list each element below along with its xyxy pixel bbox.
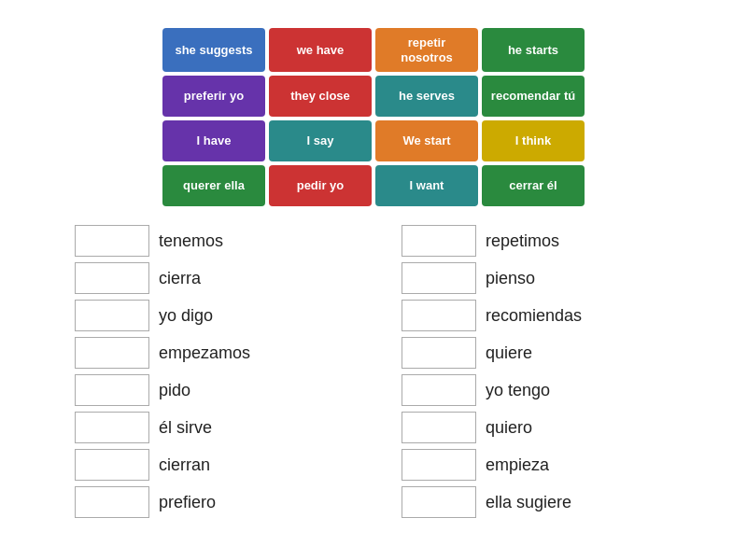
left-spanish-word-1: cierra bbox=[159, 269, 201, 288]
right-pair-row-0: repetimos bbox=[402, 225, 672, 257]
tile-2[interactable]: repetir nosotros bbox=[375, 28, 478, 72]
left-spanish-word-2: yo digo bbox=[159, 306, 213, 326]
tile-7[interactable]: recomendar tú bbox=[482, 76, 585, 117]
left-spanish-word-7: prefiero bbox=[159, 493, 216, 512]
tile-10[interactable]: We start bbox=[375, 120, 478, 161]
tile-14[interactable]: I want bbox=[375, 165, 478, 206]
left-answer-box-0[interactable] bbox=[75, 225, 149, 257]
right-pair-row-1: pienso bbox=[402, 262, 672, 294]
right-answer-box-7[interactable] bbox=[402, 486, 476, 518]
right-pair-row-2: recomiendas bbox=[402, 300, 672, 331]
right-answer-box-4[interactable] bbox=[402, 374, 476, 406]
tiles-grid: she suggestswe haverepetir nosotroshe st… bbox=[162, 28, 585, 206]
left-spanish-word-5: él sirve bbox=[159, 418, 212, 438]
left-pairs-column: tenemoscierrayo digoempezamospidoél sirv… bbox=[75, 225, 345, 518]
right-answer-box-6[interactable] bbox=[402, 449, 476, 481]
right-pair-row-4: yo tengo bbox=[402, 374, 672, 406]
left-spanish-word-0: tenemos bbox=[159, 231, 223, 251]
right-answer-box-0[interactable] bbox=[402, 225, 476, 257]
right-pair-row-6: empieza bbox=[402, 449, 672, 481]
left-pair-row-7: prefiero bbox=[75, 486, 345, 518]
tile-3[interactable]: he starts bbox=[482, 28, 585, 72]
match-container: she suggestswe haverepetir nosotroshe st… bbox=[19, 19, 728, 518]
right-spanish-word-2: recomiendas bbox=[486, 306, 582, 326]
tile-0[interactable]: she suggests bbox=[162, 28, 265, 72]
left-pair-row-1: cierra bbox=[75, 262, 345, 294]
right-pair-row-5: quiero bbox=[402, 412, 672, 443]
left-pair-row-5: él sirve bbox=[75, 412, 345, 443]
left-pair-row-4: pido bbox=[75, 374, 345, 406]
tile-6[interactable]: he serves bbox=[375, 76, 478, 117]
right-answer-box-2[interactable] bbox=[402, 300, 476, 331]
tile-8[interactable]: I have bbox=[162, 120, 265, 161]
tile-4[interactable]: preferir yo bbox=[162, 76, 265, 117]
left-pair-row-0: tenemos bbox=[75, 225, 345, 257]
left-spanish-word-6: cierran bbox=[159, 455, 210, 475]
left-answer-box-4[interactable] bbox=[75, 374, 149, 406]
right-spanish-word-7: ella sugiere bbox=[486, 493, 571, 512]
right-spanish-word-0: repetimos bbox=[486, 231, 559, 251]
tile-1[interactable]: we have bbox=[269, 28, 372, 72]
tile-13[interactable]: pedir yo bbox=[269, 165, 372, 206]
tile-9[interactable]: I say bbox=[269, 120, 372, 161]
right-answer-box-1[interactable] bbox=[402, 262, 476, 294]
tile-5[interactable]: they close bbox=[269, 76, 372, 117]
left-answer-box-5[interactable] bbox=[75, 412, 149, 443]
right-answer-box-5[interactable] bbox=[402, 412, 476, 443]
right-pairs-column: repetimospiensorecomiendasquiereyo tengo… bbox=[402, 225, 672, 518]
right-spanish-word-1: pienso bbox=[486, 269, 535, 288]
right-answer-box-3[interactable] bbox=[402, 337, 476, 369]
left-pair-row-3: empezamos bbox=[75, 337, 345, 369]
right-pair-row-3: quiere bbox=[402, 337, 672, 369]
left-pair-row-2: yo digo bbox=[75, 300, 345, 331]
left-answer-box-1[interactable] bbox=[75, 262, 149, 294]
tile-15[interactable]: cerrar él bbox=[482, 165, 585, 206]
left-answer-box-7[interactable] bbox=[75, 486, 149, 518]
tile-12[interactable]: querer ella bbox=[162, 165, 265, 206]
left-answer-box-2[interactable] bbox=[75, 300, 149, 331]
left-spanish-word-4: pido bbox=[159, 381, 190, 400]
left-pair-row-6: cierran bbox=[75, 449, 345, 481]
right-spanish-word-5: quiero bbox=[486, 418, 532, 438]
right-spanish-word-3: quiere bbox=[486, 343, 532, 363]
pairs-section: tenemoscierrayo digoempezamospidoél sirv… bbox=[19, 225, 728, 518]
left-spanish-word-3: empezamos bbox=[159, 343, 250, 363]
right-spanish-word-4: yo tengo bbox=[486, 381, 550, 400]
left-answer-box-3[interactable] bbox=[75, 337, 149, 369]
tile-11[interactable]: I think bbox=[482, 120, 585, 161]
right-pair-row-7: ella sugiere bbox=[402, 486, 672, 518]
left-answer-box-6[interactable] bbox=[75, 449, 149, 481]
right-spanish-word-6: empieza bbox=[486, 455, 549, 475]
